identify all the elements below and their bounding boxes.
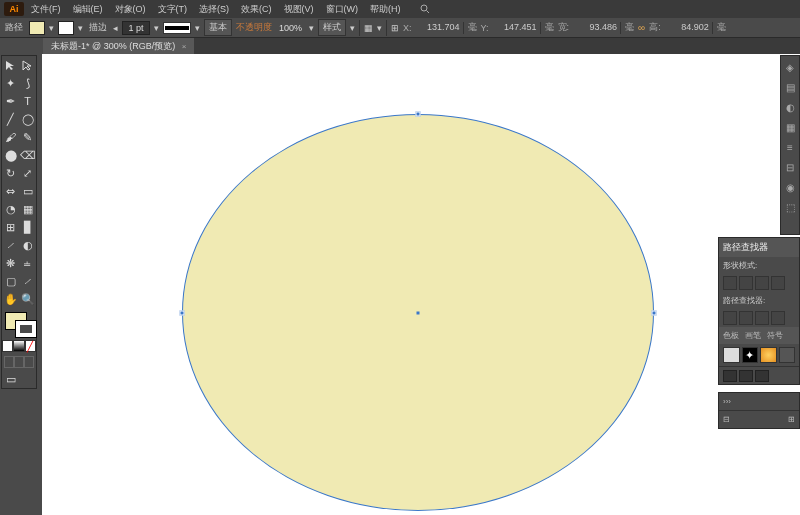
panel-icon[interactable]: ◈ [781,58,799,76]
fill-swatch[interactable] [29,21,45,35]
menu-view[interactable]: 视图(V) [279,2,319,17]
panel-icon[interactable]: ≡ [781,138,799,156]
menu-select[interactable]: 选择(S) [194,2,234,17]
anchor-right[interactable] [652,311,657,316]
eyedropper-tool[interactable]: ⟋ [2,236,19,254]
pen-tool[interactable]: ✒ [2,92,19,110]
divide-icon[interactable] [723,311,737,325]
scale-tool[interactable]: ⤢ [19,164,36,182]
panel-footer-icon[interactable] [755,370,769,382]
width-tool[interactable]: ⇔ [2,182,19,200]
menu-effect[interactable]: 效果(C) [236,2,277,17]
stroke-profile[interactable] [163,22,191,34]
profile-preset[interactable]: 基本 [204,19,232,36]
graph-tool[interactable]: ⫨ [19,254,36,272]
crop-icon[interactable] [771,311,785,325]
slice-tool[interactable]: ⟋ [19,272,36,290]
draw-normal[interactable] [4,356,14,368]
swatches-tab[interactable]: 色板 [723,330,739,341]
anchor-top[interactable] [416,112,421,117]
panel-icon[interactable]: ◉ [781,178,799,196]
panel-footer-icon[interactable] [739,370,753,382]
menu-file[interactable]: 文件(F) [26,2,66,17]
align-icon[interactable]: ▦ [364,23,373,33]
panel-footer-icon[interactable]: ⊟ [723,415,730,424]
menu-edit[interactable]: 编辑(E) [68,2,108,17]
perspective-tool[interactable]: ▦ [19,200,36,218]
pencil-tool[interactable]: ✎ [19,128,36,146]
anchor-left[interactable] [180,311,185,316]
blob-brush-tool[interactable]: ⬤ [2,146,19,164]
expand-icon[interactable]: ››› [723,397,731,406]
link-icon[interactable]: ∞ [638,22,645,33]
brushes-tab[interactable]: 画笔 [745,330,761,341]
gradient-tool[interactable]: ▊ [19,218,36,236]
swatch-item[interactable] [723,347,740,363]
stroke-weight-input[interactable] [122,21,150,35]
mesh-tool[interactable]: ⊞ [2,218,19,236]
artboard-tool[interactable]: ▢ [2,272,19,290]
canvas[interactable] [42,54,800,515]
screen-mode[interactable]: ▭ [2,370,20,388]
anchor-center[interactable] [417,312,420,315]
merge-icon[interactable] [755,311,769,325]
menu-type[interactable]: 文字(T) [153,2,193,17]
blend-tool[interactable]: ◐ [19,236,36,254]
free-transform-tool[interactable]: ▭ [19,182,36,200]
zoom-tool[interactable]: 🔍 [19,290,36,308]
exclude-icon[interactable] [771,276,785,290]
draw-inside[interactable] [24,356,34,368]
minus-front-icon[interactable] [739,276,753,290]
color-mode-gradient[interactable] [13,340,24,352]
panel-footer-icon[interactable]: ⊞ [788,415,795,424]
x-value[interactable]: 131.704 [416,22,464,34]
menu-window[interactable]: 窗口(W) [321,2,364,17]
transform-icon[interactable]: ⊞ [391,23,399,33]
selection-tool[interactable] [2,56,19,74]
chevron-down-icon[interactable]: ▾ [309,23,314,33]
panel-icon[interactable]: ▤ [781,78,799,96]
stepper-down-icon[interactable]: ◂ [113,23,118,33]
chevron-down-icon[interactable]: ▾ [154,23,159,33]
intersect-icon[interactable] [755,276,769,290]
stroke-color[interactable] [15,320,37,338]
search-icon[interactable] [418,2,432,16]
width-value[interactable]: 93.486 [573,22,621,34]
swatch-item[interactable]: ✦ [742,347,759,363]
chevron-down-icon[interactable]: ▾ [350,23,355,33]
type-tool[interactable]: T [19,92,36,110]
swatch-item[interactable] [779,347,796,363]
panel-icon[interactable]: ◐ [781,98,799,116]
eraser-tool[interactable]: ⌫ [19,146,36,164]
chevron-down-icon[interactable]: ▾ [377,23,382,33]
close-icon[interactable]: × [182,42,187,51]
symbol-sprayer-tool[interactable]: ❋ [2,254,19,272]
trim-icon[interactable] [739,311,753,325]
draw-behind[interactable] [14,356,24,368]
height-value[interactable]: 84.902 [665,22,713,34]
swatch-item[interactable] [760,347,777,363]
panel-icon[interactable]: ▦ [781,118,799,136]
chevron-down-icon[interactable]: ▾ [78,23,83,33]
direct-selection-tool[interactable] [19,56,36,74]
symbols-tab[interactable]: 符号 [767,330,783,341]
chevron-down-icon[interactable]: ▾ [49,23,54,33]
style-dropdown[interactable]: 样式 [318,19,346,36]
magic-wand-tool[interactable]: ✦ [2,74,19,92]
line-tool[interactable]: ╱ [2,110,19,128]
opacity-value[interactable]: 100% [276,23,305,33]
paintbrush-tool[interactable]: 🖌 [2,128,19,146]
hand-tool[interactable]: ✋ [2,290,19,308]
panel-footer-icon[interactable] [723,370,737,382]
panel-icon[interactable]: ⬚ [781,198,799,216]
document-tab[interactable]: 未标题-1* @ 300% (RGB/预览) × [43,38,194,55]
ellipse-tool[interactable]: ◯ [19,110,36,128]
menu-object[interactable]: 对象(O) [110,2,151,17]
y-value[interactable]: 147.451 [493,22,541,34]
lasso-tool[interactable]: ⟆ [19,74,36,92]
menu-help[interactable]: 帮助(H) [365,2,406,17]
color-mode-solid[interactable] [2,340,13,352]
stroke-swatch[interactable] [58,21,74,35]
rotate-tool[interactable]: ↻ [2,164,19,182]
shape-builder-tool[interactable]: ◔ [2,200,19,218]
